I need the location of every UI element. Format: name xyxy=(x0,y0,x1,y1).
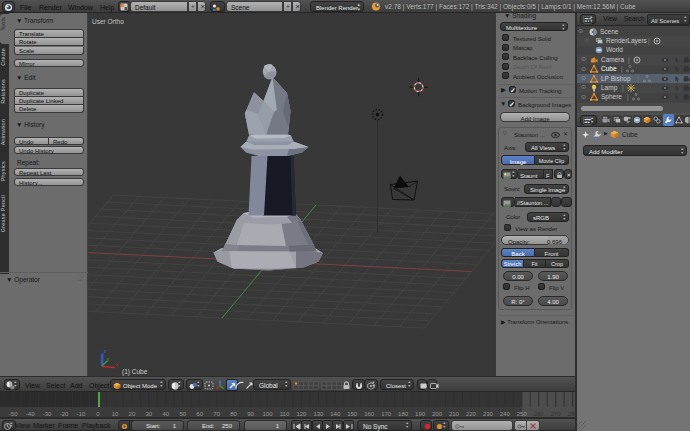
svg-text:150: 150 xyxy=(347,411,358,417)
svg-text:40: 40 xyxy=(162,411,169,417)
svg-text:-30: -30 xyxy=(43,411,52,417)
svg-text:(1) Cube: (1) Cube xyxy=(122,368,148,376)
svg-text:30: 30 xyxy=(145,411,152,417)
svg-text:200: 200 xyxy=(432,411,443,417)
svg-text:70: 70 xyxy=(213,411,220,417)
svg-text:60: 60 xyxy=(196,411,203,417)
svg-text:130: 130 xyxy=(313,411,324,417)
svg-text:140: 140 xyxy=(330,411,341,417)
svg-text:190: 190 xyxy=(415,411,426,417)
svg-text:-40: -40 xyxy=(26,411,35,417)
svg-text:-10: -10 xyxy=(77,411,86,417)
svg-text:90: 90 xyxy=(247,411,254,417)
svg-text:260: 260 xyxy=(534,411,545,417)
svg-text:170: 170 xyxy=(381,411,392,417)
svg-text:20: 20 xyxy=(129,411,136,417)
svg-text:250: 250 xyxy=(517,411,528,417)
svg-text:50: 50 xyxy=(179,411,186,417)
svg-text:280: 280 xyxy=(568,411,575,417)
svg-text:230: 230 xyxy=(483,411,494,417)
svg-text:x: x xyxy=(116,361,119,367)
svg-text:10: 10 xyxy=(112,411,119,417)
svg-text:120: 120 xyxy=(296,411,307,417)
svg-text:100: 100 xyxy=(262,411,273,417)
svg-text:y: y xyxy=(107,356,110,362)
svg-text:240: 240 xyxy=(500,411,511,417)
svg-text:-50: -50 xyxy=(9,411,18,417)
svg-text:160: 160 xyxy=(364,411,375,417)
svg-text:z: z xyxy=(104,348,107,354)
svg-text:220: 220 xyxy=(466,411,477,417)
svg-text:110: 110 xyxy=(280,411,290,417)
svg-text:180: 180 xyxy=(398,411,409,417)
svg-text:-20: -20 xyxy=(60,411,69,417)
svg-text:270: 270 xyxy=(551,411,562,417)
svg-text:210: 210 xyxy=(449,411,460,417)
svg-text:User Ortho: User Ortho xyxy=(92,18,124,25)
svg-text:80: 80 xyxy=(230,411,237,417)
